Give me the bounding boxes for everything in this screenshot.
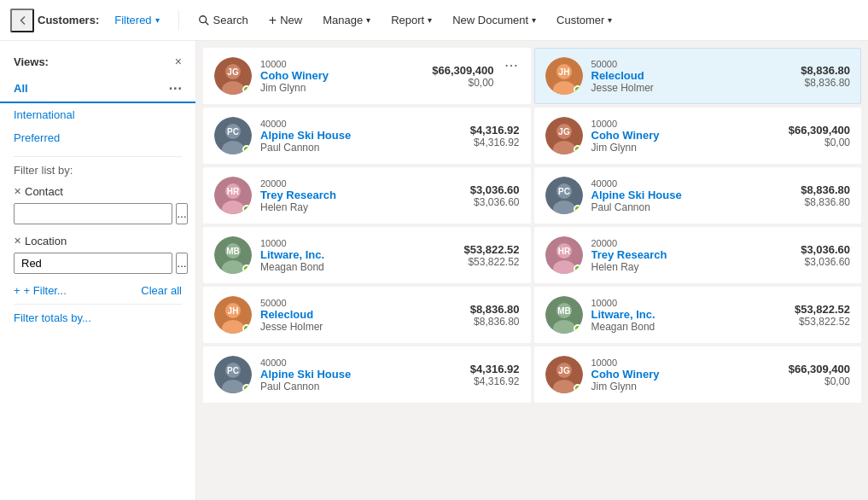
svg-text:JH: JH <box>558 67 569 77</box>
avatar: MB <box>214 236 252 274</box>
report-button[interactable]: Report ▾ <box>382 9 440 31</box>
manage-button[interactable]: Manage ▾ <box>314 9 379 31</box>
status-dot <box>242 145 251 154</box>
card-amounts: $53,822.52 $53,822.52 <box>463 243 519 268</box>
avatar: PC <box>545 177 583 214</box>
card-amount-primary: $66,309,400 <box>432 64 493 77</box>
remove-contact-filter[interactable]: ✕ <box>14 186 21 197</box>
card-person-name: Meagan Bond <box>260 261 455 273</box>
sidebar-separator <box>14 156 182 157</box>
card-person-name: Jesse Holmer <box>591 82 793 94</box>
content-area: JG 10000 Coho Winery Jim Glynn $66,309,4… <box>196 41 868 500</box>
card-amount-primary: $4,316.92 <box>470 124 520 137</box>
card-amount-secondary: $4,316.92 <box>470 137 520 148</box>
customer-card[interactable]: MB 10000 Litware, Inc. Meagan Bond $53,8… <box>203 227 531 283</box>
avatar: JG <box>214 57 252 95</box>
search-button[interactable]: Search <box>189 9 257 31</box>
new-button[interactable]: + New <box>260 9 311 32</box>
clear-filter-button[interactable]: Clear all <box>141 284 182 297</box>
card-amount-primary: $8,836.80 <box>801 183 850 196</box>
card-person-name: Jim Glynn <box>591 381 780 392</box>
contact-label: Contact <box>25 185 63 198</box>
location-input-lookup[interactable]: … <box>176 253 188 274</box>
customer-card[interactable]: HR 20000 Trey Research Helen Ray $3,036.… <box>534 227 862 283</box>
customer-card[interactable]: JG 10000 Coho Winery Jim Glynn $66,309,4… <box>203 48 531 104</box>
card-person-name: Helen Ray <box>260 201 462 213</box>
card-number: 40000 <box>260 358 462 368</box>
sidebar-item-preferred[interactable]: Preferred <box>0 126 195 149</box>
card-amount-secondary: $53,822.52 <box>463 256 519 268</box>
customer-card[interactable]: PC 40000 Alpine Ski House Paul Cannon $8… <box>534 167 862 224</box>
remove-location-filter[interactable]: ✕ <box>14 235 21 247</box>
avatar: HR <box>545 236 583 274</box>
filter-totals-separator <box>14 304 182 305</box>
customer-button[interactable]: Customer ▾ <box>548 9 620 31</box>
card-info: 40000 Alpine Ski House Paul Cannon <box>260 119 462 154</box>
svg-text:MB: MB <box>226 247 240 256</box>
filter-totals-button[interactable]: Filter totals by... <box>14 308 182 328</box>
customer-card[interactable]: HR 20000 Trey Research Helen Ray $3,036.… <box>203 167 531 224</box>
status-dot <box>574 384 582 392</box>
svg-text:MB: MB <box>557 306 571 316</box>
card-amounts: $4,316.92 $4,316.92 <box>470 363 520 387</box>
sidebar: Views: × All ⋯ International Preferred F… <box>0 41 196 500</box>
svg-text:JG: JG <box>558 366 570 375</box>
location-label: Location <box>25 235 67 247</box>
all-dots-icon[interactable]: ⋯ <box>168 80 182 96</box>
views-header: Views: × <box>14 55 182 68</box>
card-person-name: Jesse Holmer <box>260 321 462 333</box>
card-amount-secondary: $4,316.92 <box>470 375 520 387</box>
status-dot <box>574 145 582 154</box>
customer-card[interactable]: JH 50000 Relecloud Jesse Holmer $8,836.8… <box>203 287 531 343</box>
location-filter-chip: ✕ Location <box>14 235 182 247</box>
card-number: 10000 <box>591 298 786 308</box>
sidebar-item-all[interactable]: All ⋯ <box>0 75 195 103</box>
card-amount-primary: $8,836.80 <box>470 303 520 316</box>
avatar: HR <box>214 177 252 214</box>
filtered-button[interactable]: Filtered ▾ <box>106 9 167 31</box>
status-dot <box>574 205 582 213</box>
add-filter-button[interactable]: + + Filter... <box>14 284 67 297</box>
card-amount-secondary: $0,00 <box>432 77 493 89</box>
back-button[interactable] <box>10 9 34 32</box>
card-customer-name: Coho Winery <box>591 368 780 381</box>
card-amounts: $8,836.80 $8,836.80 <box>801 64 850 89</box>
customer-card[interactable]: PC 40000 Alpine Ski House Paul Cannon $4… <box>203 108 531 164</box>
card-amounts: $53,822.52 $53,822.52 <box>795 303 850 328</box>
card-customer-name: Trey Research <box>591 248 793 261</box>
card-info: 10000 Litware, Inc. Meagan Bond <box>260 238 455 273</box>
card-customer-name: Relecloud <box>260 308 462 321</box>
location-input-row: … <box>14 253 182 274</box>
main-layout: Views: × All ⋯ International Preferred F… <box>0 41 868 500</box>
customer-card[interactable]: PC 40000 Alpine Ski House Paul Cannon $4… <box>203 346 531 403</box>
location-input[interactable] <box>14 253 172 274</box>
card-number: 20000 <box>260 178 462 189</box>
card-info: 10000 Coho Winery Jim Glynn <box>260 59 423 94</box>
filter-actions: + + Filter... Clear all <box>14 284 182 297</box>
card-number: 10000 <box>591 119 780 129</box>
card-amount-primary: $3,036.60 <box>801 243 850 256</box>
close-icon[interactable]: × <box>175 55 182 68</box>
contact-filter-chip: ✕ Contact <box>14 185 182 198</box>
new-document-button[interactable]: New Document ▾ <box>444 9 545 31</box>
customer-card[interactable]: MB 10000 Litware, Inc. Meagan Bond $53,8… <box>534 287 862 343</box>
card-amount-secondary: $8,836.80 <box>801 196 850 208</box>
customer-card[interactable]: JG 10000 Coho Winery Jim Glynn $66,309,4… <box>534 346 862 403</box>
customer-card[interactable]: JG 10000 Coho Winery Jim Glynn $66,309,4… <box>534 108 862 164</box>
svg-point-0 <box>199 15 206 22</box>
status-dot <box>242 384 251 392</box>
status-dot <box>242 85 251 94</box>
card-info: 40000 Alpine Ski House Paul Cannon <box>591 178 793 213</box>
contact-input-row: … <box>14 203 182 224</box>
card-number: 50000 <box>591 59 793 69</box>
card-amount-primary: $66,309,400 <box>789 124 850 137</box>
contact-input-lookup[interactable]: … <box>176 203 188 224</box>
card-customer-name: Trey Research <box>260 189 462 201</box>
card-person-name: Jim Glynn <box>260 82 423 94</box>
card-more-icon[interactable]: ⋯ <box>503 57 520 73</box>
card-amounts: $3,036.60 $3,036.60 <box>470 183 520 208</box>
status-dot <box>574 85 582 94</box>
sidebar-item-international[interactable]: International <box>0 103 195 126</box>
contact-input[interactable] <box>14 203 172 224</box>
customer-card[interactable]: JH 50000 Relecloud Jesse Holmer $8,836.8… <box>534 48 862 104</box>
